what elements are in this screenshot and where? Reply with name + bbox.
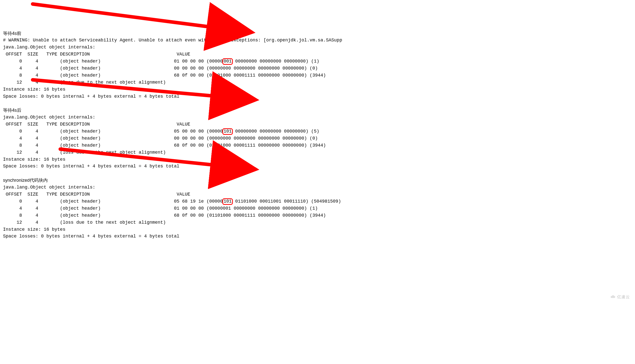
section: synchronized代码块内java.lang.Object object … xyxy=(3,177,632,240)
console-output: 等待4s前# WARNING: Unable to attach Service… xyxy=(3,30,632,240)
section-title: 等待4s后 xyxy=(3,107,632,114)
arrow xyxy=(33,4,231,30)
section: 等待4s前# WARNING: Unable to attach Service… xyxy=(3,30,632,107)
highlight-box: 101 xyxy=(222,128,233,135)
table-row: 8 4 (object header) 68 0f 00 00 (0110100… xyxy=(3,72,632,79)
instance-size: Instance size: 16 bytes xyxy=(3,86,632,93)
highlight-box: 101 xyxy=(222,198,233,205)
column-header: OFFSET SIZE TYPE DESCRIPTION VALUE xyxy=(3,191,632,198)
table-row: 8 4 (object header) 68 0f 00 00 (0110100… xyxy=(3,142,632,149)
space-losses: Space losses: 0 bytes internal + 4 bytes… xyxy=(3,233,632,240)
instance-size: Instance size: 16 bytes xyxy=(3,226,632,233)
space-losses: Space losses: 0 bytes internal + 4 bytes… xyxy=(3,93,632,100)
watermark: 亿速云 xyxy=(610,294,630,300)
internals-header: java.lang.Object object internals: xyxy=(3,114,632,121)
highlight-box: 001 xyxy=(222,58,233,65)
internals-header: java.lang.Object object internals: xyxy=(3,44,632,51)
table-row: 0 4 (object header) 01 00 00 00 (0000000… xyxy=(3,58,632,65)
internals-header: java.lang.Object object internals: xyxy=(3,184,632,191)
column-header: OFFSET SIZE TYPE DESCRIPTION VALUE xyxy=(3,121,632,128)
instance-size: Instance size: 16 bytes xyxy=(3,156,632,163)
table-row: 12 4 (loss due to the next object alignm… xyxy=(3,149,632,156)
watermark-text: 亿速云 xyxy=(617,294,630,300)
section: 等待4s后java.lang.Object object internals: … xyxy=(3,107,632,177)
space-losses: Space losses: 0 bytes internal + 4 bytes… xyxy=(3,163,632,170)
table-row: 4 4 (object header) 00 00 00 00 (0000000… xyxy=(3,135,632,142)
column-header: OFFSET SIZE TYPE DESCRIPTION VALUE xyxy=(3,51,632,58)
table-row: 0 4 (object header) 05 00 00 00 (0000010… xyxy=(3,128,632,135)
table-row: 12 4 (loss due to the next object alignm… xyxy=(3,79,632,86)
section-title: synchronized代码块内 xyxy=(3,177,632,184)
table-row: 4 4 (object header) 00 00 00 00 (0000000… xyxy=(3,65,632,72)
table-row: 8 4 (object header) 68 0f 00 00 (0110100… xyxy=(3,212,632,219)
table-row: 12 4 (loss due to the next object alignm… xyxy=(3,219,632,226)
section-title: 等待4s前 xyxy=(3,30,632,37)
table-row: 0 4 (object header) 05 68 19 1e (0000010… xyxy=(3,198,632,205)
warning-line: # WARNING: Unable to attach Serviceabili… xyxy=(3,37,632,44)
table-row: 4 4 (object header) 01 00 00 00 (0000000… xyxy=(3,205,632,212)
